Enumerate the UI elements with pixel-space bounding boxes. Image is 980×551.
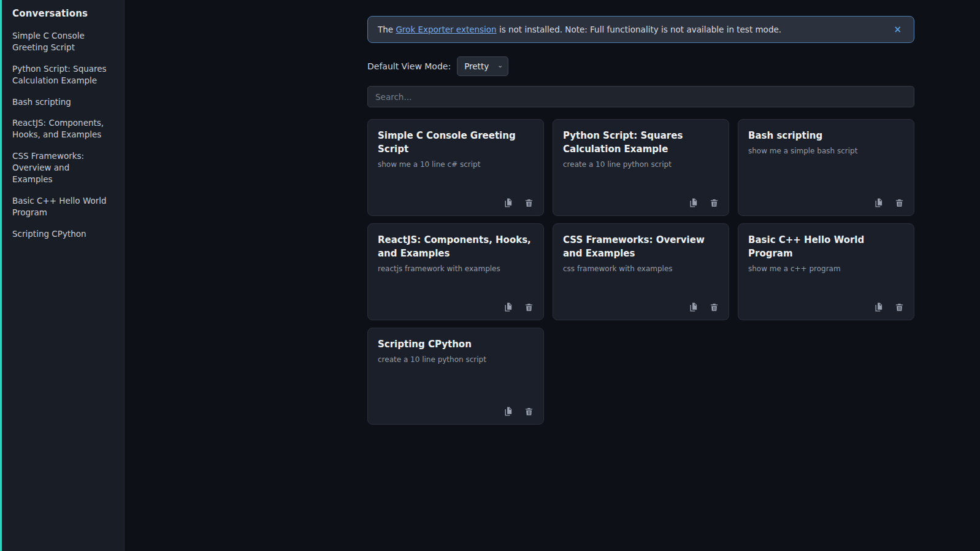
card-subtitle: show me a 10 line c# script — [378, 160, 534, 170]
copy-icon[interactable] — [873, 198, 884, 208]
card-subtitle: reactjs framework with examples — [378, 264, 534, 274]
card-actions — [378, 198, 534, 208]
card-actions — [563, 302, 719, 312]
trash-icon[interactable] — [895, 302, 904, 312]
banner-close-button[interactable]: × — [891, 24, 904, 36]
trash-icon[interactable] — [524, 406, 534, 417]
sidebar-item-conversation[interactable]: CSS Frameworks: Overview and Examples — [12, 150, 112, 185]
card-title: CSS Frameworks: Overview and Examples — [563, 234, 719, 261]
card-title: Python Script: Squares Calculation Examp… — [563, 129, 719, 156]
card-actions — [378, 302, 534, 312]
card-subtitle: show me a c++ program — [748, 264, 904, 274]
conversation-card[interactable]: CSS Frameworks: Overview and Examples cs… — [553, 223, 729, 320]
card-title: Simple C Console Greeting Script — [378, 129, 534, 156]
sidebar-item-conversation[interactable]: Basic C++ Hello World Program — [12, 195, 112, 218]
card-title: Bash scripting — [748, 129, 904, 143]
sidebar-item-conversation[interactable]: Simple C Console Greeting Script — [12, 30, 112, 53]
sidebar-title: Conversations — [12, 8, 112, 19]
copy-icon[interactable] — [873, 302, 884, 312]
card-subtitle: show me a simple bash script — [748, 146, 904, 156]
copy-icon[interactable] — [503, 302, 513, 312]
conversations-sidebar: Conversations Simple C Console Greeting … — [0, 0, 124, 551]
trash-icon[interactable] — [710, 302, 719, 312]
search-input[interactable] — [367, 86, 914, 107]
trash-icon[interactable] — [895, 198, 904, 208]
conversation-card[interactable]: Python Script: Squares Calculation Examp… — [553, 119, 729, 216]
view-mode-label: Default View Mode: — [367, 61, 451, 71]
conversation-card[interactable]: Simple C Console Greeting Script show me… — [367, 119, 544, 216]
card-actions — [563, 198, 719, 208]
trash-icon[interactable] — [710, 198, 719, 208]
grok-exporter-extension-link[interactable]: Grok Exporter extension — [396, 25, 496, 34]
conversation-cards-grid: Simple C Console Greeting Script show me… — [367, 119, 914, 425]
card-title: Basic C++ Hello World Program — [748, 234, 904, 261]
card-actions — [748, 198, 904, 208]
sidebar-item-conversation[interactable]: Python Script: Squares Calculation Examp… — [12, 63, 112, 87]
view-mode-select-wrap: Pretty ⌄ — [457, 56, 508, 76]
extension-notice-banner: The Grok Exporter extension is not insta… — [367, 16, 914, 43]
sidebar-item-conversation[interactable]: ReactJS: Components, Hooks, and Examples — [12, 117, 112, 141]
main-area: The Grok Exporter extension is not insta… — [124, 0, 980, 551]
card-subtitle: create a 10 line python script — [378, 355, 534, 365]
view-mode-select[interactable]: Pretty — [457, 56, 508, 76]
card-actions — [748, 302, 904, 312]
banner-text-after: is not installed. Note: Full functionali… — [497, 25, 781, 34]
copy-icon[interactable] — [503, 406, 513, 417]
card-subtitle: css framework with examples — [563, 264, 719, 274]
view-mode-row: Default View Mode: Pretty ⌄ — [367, 56, 914, 76]
copy-icon[interactable] — [503, 198, 513, 208]
banner-text-before: The — [378, 25, 396, 34]
sidebar-item-conversation[interactable]: Bash scripting — [12, 96, 112, 108]
conversation-card[interactable]: Scripting CPython create a 10 line pytho… — [367, 328, 544, 425]
sidebar-item-conversation[interactable]: Scripting CPython — [12, 228, 112, 240]
card-subtitle: create a 10 line python script — [563, 160, 719, 170]
banner-message: The Grok Exporter extension is not insta… — [378, 25, 781, 34]
copy-icon[interactable] — [688, 198, 699, 208]
copy-icon[interactable] — [688, 302, 699, 312]
conversation-card[interactable]: Bash scripting show me a simple bash scr… — [738, 119, 914, 216]
conversation-card[interactable]: Basic C++ Hello World Program show me a … — [738, 223, 914, 320]
card-title: Scripting CPython — [378, 338, 534, 352]
trash-icon[interactable] — [524, 302, 534, 312]
card-title: ReactJS: Components, Hooks, and Examples — [378, 234, 534, 261]
conversation-list: Simple C Console Greeting Script Python … — [12, 30, 112, 240]
trash-icon[interactable] — [524, 198, 534, 208]
card-actions — [378, 406, 534, 417]
conversation-card[interactable]: ReactJS: Components, Hooks, and Examples… — [367, 223, 544, 320]
